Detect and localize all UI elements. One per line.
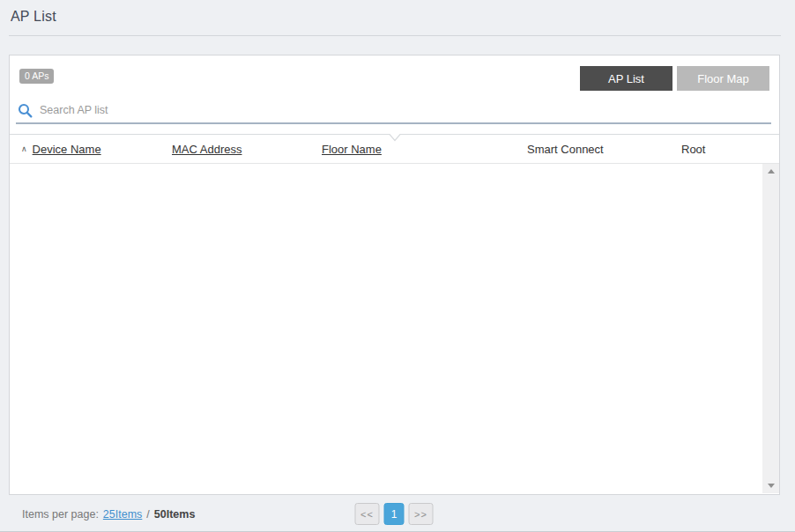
table-header: ∧ Device Name MAC Address Floor Name Sma…: [10, 135, 779, 164]
floor-map-view-button[interactable]: Floor Map: [677, 66, 769, 91]
column-header-mac-address[interactable]: MAC Address: [172, 143, 322, 156]
column-label[interactable]: Device Name: [33, 143, 101, 156]
search-bar: [16, 98, 772, 122]
page-title: AP List: [11, 9, 56, 25]
search-input[interactable]: [40, 104, 772, 116]
next-page-button[interactable]: >>: [409, 503, 434, 525]
prev-page-button[interactable]: <<: [355, 503, 380, 525]
column-label[interactable]: MAC Address: [172, 143, 241, 156]
column-header-root: Root: [681, 143, 779, 156]
pager: << 1 >>: [355, 503, 434, 525]
search-icon: [18, 103, 33, 118]
table-scrollbar[interactable]: [762, 164, 779, 493]
scroll-down-icon[interactable]: [768, 484, 775, 488]
items-per-page: Items per page: 25Items / 50Items: [22, 508, 195, 521]
page-number-button[interactable]: 1: [384, 503, 405, 525]
view-toggle: AP List Floor Map: [580, 66, 769, 91]
search-underline: [16, 122, 771, 124]
scroll-up-icon[interactable]: [768, 169, 775, 174]
table-body-empty: [10, 164, 779, 493]
items-per-page-separator: /: [146, 508, 149, 521]
column-header-device-name[interactable]: ∧ Device Name: [21, 143, 172, 156]
items-per-page-50-selected: 50Items: [154, 508, 196, 521]
column-header-floor-name[interactable]: Floor Name: [322, 143, 527, 156]
column-label: Root: [681, 143, 705, 156]
ap-list-panel: 0 APs AP List Floor Map ∧ Device Name MA…: [9, 55, 780, 495]
items-per-page-label: Items per page:: [22, 508, 99, 521]
title-divider: [9, 35, 781, 36]
column-header-smart-connect: Smart Connect: [527, 143, 681, 156]
items-per-page-25-link[interactable]: 25Items: [103, 508, 142, 521]
sort-asc-icon: ∧: [21, 145, 27, 153]
column-label[interactable]: Floor Name: [322, 143, 382, 156]
column-label: Smart Connect: [527, 143, 604, 156]
ap-count-badge: 0 APs: [19, 69, 54, 84]
ap-list-view-button[interactable]: AP List: [580, 66, 672, 91]
